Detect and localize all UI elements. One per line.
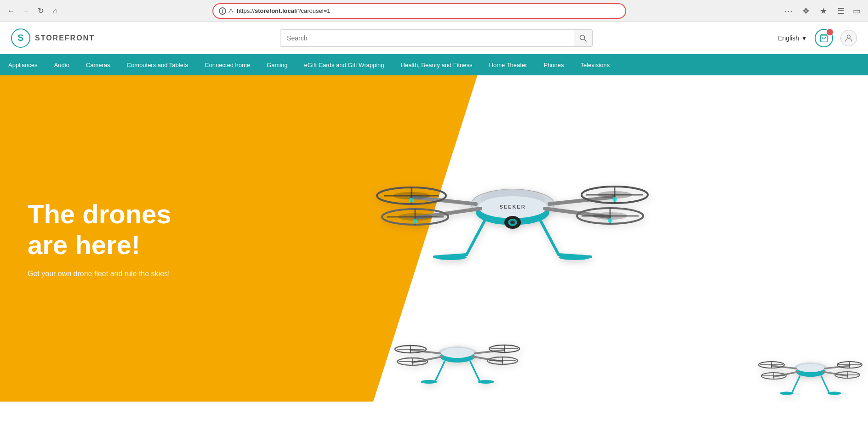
user-button[interactable] [840, 30, 857, 46]
nav-item-home-theater[interactable]: Home Theater [481, 54, 536, 75]
search-input[interactable] [280, 29, 574, 47]
user-icon [844, 34, 853, 43]
back-button[interactable]: ← [5, 5, 17, 17]
svg-point-39 [612, 197, 617, 202]
browser-nav-buttons: ← → ↻ ⌂ [5, 5, 62, 17]
nav-item-audio[interactable]: Audio [46, 54, 78, 75]
warning-icon: ⚠ [228, 7, 234, 15]
url-domain: storefont.local [255, 7, 296, 14]
nav-menu: Appliances Audio Cameras Computers and T… [0, 54, 868, 75]
nav-item-health[interactable]: Health, Beauty and Fitness [393, 54, 481, 75]
nav-item-gaming[interactable]: Gaming [258, 54, 296, 75]
svg-point-44 [441, 348, 474, 358]
nav-item-computers[interactable]: Computers and Tablets [119, 54, 196, 75]
hero-title: The drones are here! [28, 199, 363, 260]
svg-line-1 [584, 39, 587, 41]
nav-item-cameras[interactable]: Cameras [78, 54, 119, 75]
browser-chrome: ← → ↻ ⌂ i ⚠ https://storefont.local/?car… [0, 0, 868, 22]
library-button[interactable]: ☰ [834, 4, 848, 18]
nav-item-televisions[interactable]: Televisions [572, 54, 618, 75]
sidebar-toggle-button[interactable]: ▭ [850, 4, 863, 18]
info-icon: i [219, 7, 226, 15]
svg-line-61 [435, 362, 445, 381]
svg-point-64 [478, 380, 494, 384]
hero-content: The drones are here! Get your own drone … [0, 75, 391, 402]
search-button[interactable] [574, 29, 593, 47]
site-header: S STOREFRONT English ▼ [0, 22, 868, 54]
svg-point-62 [421, 380, 437, 384]
svg-line-84 [792, 376, 800, 392]
svg-point-3 [847, 35, 851, 38]
address-bar-icons: i ⚠ [219, 7, 234, 15]
header-right: English ▼ [778, 29, 857, 47]
svg-point-87 [828, 392, 841, 395]
search-icon [579, 34, 587, 42]
cart-button[interactable] [815, 29, 833, 47]
nav-item-appliances[interactable]: Appliances [0, 54, 46, 75]
hero-drones: SEEKER [347, 75, 868, 402]
logo-icon: S [11, 28, 30, 48]
chevron-down-icon: ▼ [801, 34, 807, 42]
url-path: /?carousel=1 [296, 7, 331, 14]
logo-area[interactable]: S STOREFRONT [11, 28, 95, 48]
language-selector[interactable]: English ▼ [778, 34, 807, 42]
svg-point-38 [409, 198, 414, 203]
drone-small-left [393, 314, 522, 392]
svg-point-41 [608, 218, 612, 223]
address-bar[interactable]: i ⚠ https://storefont.local/?carousel=1 [212, 3, 626, 19]
hero-title-line2: are here! [28, 230, 363, 261]
nav-item-connected-home[interactable]: Connected home [196, 54, 258, 75]
svg-point-31 [434, 255, 467, 260]
search-area [280, 29, 593, 47]
reload-button[interactable]: ↻ [34, 5, 47, 17]
browser-sidebar-icons: ☰ ▭ [834, 4, 863, 18]
hero-subtitle: Get your own drone fleet and rule the sk… [28, 270, 363, 278]
svg-line-86 [821, 376, 829, 392]
nav-item-phones[interactable]: Phones [535, 54, 572, 75]
svg-line-63 [470, 362, 480, 381]
drone-main: SEEKER [375, 112, 651, 287]
pocket-button[interactable]: ❖ [799, 4, 813, 18]
nav-item-egift[interactable]: eGift Cards and Gift Wrapping [296, 54, 393, 75]
url-protocol: https:// [237, 7, 255, 14]
address-text[interactable]: https://storefont.local/?carousel=1 [237, 7, 620, 14]
hero-banner: The drones are here! Get your own drone … [0, 75, 868, 402]
logo-text: STOREFRONT [35, 34, 95, 42]
svg-point-85 [780, 392, 794, 395]
hero-title-line1: The drones [28, 199, 363, 230]
cart-badge [827, 29, 833, 35]
svg-point-40 [413, 219, 417, 224]
forward-button[interactable]: → [19, 5, 32, 17]
logo-letter: S [17, 33, 23, 43]
drone-small-right [758, 337, 863, 402]
svg-line-29 [467, 220, 485, 255]
svg-text:SEEKER: SEEKER [500, 204, 526, 210]
home-button[interactable]: ⌂ [49, 5, 62, 17]
svg-point-34 [559, 255, 591, 260]
browser-right-icons: ⋯ ❖ ★ [782, 4, 830, 18]
address-bar-container: i ⚠ https://storefont.local/?carousel=1 [212, 3, 626, 19]
language-label: English [778, 34, 799, 42]
menu-button[interactable]: ⋯ [782, 4, 795, 18]
svg-line-32 [540, 220, 559, 255]
svg-point-37 [510, 221, 515, 224]
cart-icon [819, 34, 828, 43]
svg-point-67 [797, 364, 824, 372]
bookmark-button[interactable]: ★ [817, 4, 830, 18]
